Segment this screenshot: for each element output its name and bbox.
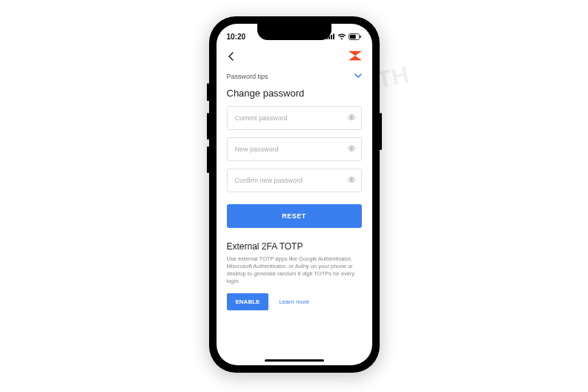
toggle-visibility-new[interactable] — [347, 143, 356, 156]
chevron-down-icon — [354, 73, 362, 80]
phone-frame: 10:20 Password tips Change passwo — [209, 16, 380, 373]
status-time: 10:20 — [227, 33, 246, 41]
eye-icon — [347, 144, 356, 153]
new-password-input[interactable] — [227, 137, 362, 161]
back-button[interactable] — [227, 50, 236, 64]
new-password-wrap — [227, 137, 362, 161]
app-header — [217, 45, 372, 68]
status-icons — [326, 33, 362, 40]
phone-screen: 10:20 Password tips Change passwo — [217, 24, 372, 365]
app-logo — [348, 50, 362, 64]
home-indicator[interactable] — [265, 359, 324, 362]
eye-icon — [347, 175, 356, 184]
svg-point-7 — [351, 117, 352, 118]
learn-more-link[interactable]: Learn more — [279, 298, 309, 305]
svg-rect-3 — [333, 34, 334, 40]
svg-point-9 — [351, 179, 352, 180]
totp-title: External 2FA TOTP — [227, 241, 362, 252]
enable-button[interactable]: ENABLE — [227, 293, 269, 310]
change-password-title: Change password — [227, 88, 362, 99]
totp-description: Use external TOTP apps like Google Authe… — [227, 255, 362, 286]
current-password-wrap — [227, 106, 362, 130]
phone-mute-switch — [207, 83, 209, 101]
phone-volume-up — [207, 113, 209, 140]
phone-volume-down — [207, 146, 209, 173]
confirm-password-input[interactable] — [227, 169, 362, 192]
toggle-visibility-current[interactable] — [347, 111, 356, 125]
eye-icon — [347, 113, 356, 122]
totp-actions: ENABLE Learn more — [227, 293, 362, 310]
password-tips-toggle[interactable]: Password tips — [227, 68, 362, 88]
svg-point-8 — [351, 148, 352, 149]
current-password-input[interactable] — [227, 106, 362, 130]
svg-rect-6 — [360, 35, 361, 37]
svg-rect-2 — [331, 35, 332, 39]
password-tips-label: Password tips — [227, 73, 268, 80]
chevron-left-icon — [227, 52, 236, 61]
phone-power-button — [380, 113, 382, 150]
kite-logo-icon — [348, 50, 362, 61]
wifi-icon — [337, 33, 346, 40]
content-area: Password tips Change password — [217, 68, 372, 310]
phone-notch — [257, 24, 331, 40]
battery-icon — [348, 33, 362, 40]
confirm-password-wrap — [227, 169, 362, 192]
svg-rect-5 — [349, 34, 355, 38]
reset-button[interactable]: RESET — [227, 204, 362, 228]
toggle-visibility-confirm[interactable] — [347, 174, 356, 187]
